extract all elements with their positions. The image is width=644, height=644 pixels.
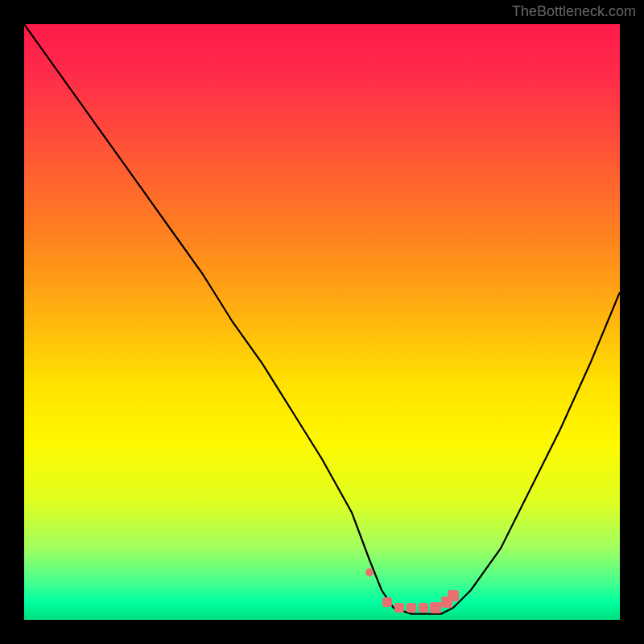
curve-svg	[24, 24, 620, 620]
chart-plot-area	[24, 24, 620, 620]
bottleneck-curve-line	[24, 24, 620, 614]
watermark-text: TheBottleneck.com	[512, 3, 636, 20]
